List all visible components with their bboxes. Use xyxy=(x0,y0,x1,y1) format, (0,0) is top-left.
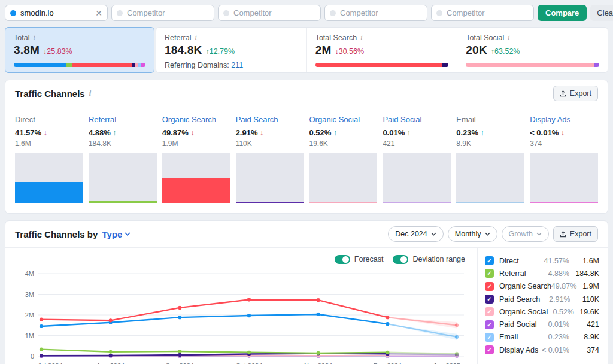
toggle-switch[interactable] xyxy=(335,255,350,264)
svg-text:4M: 4M xyxy=(25,270,34,277)
info-icon[interactable]: i xyxy=(195,33,196,42)
summary-card-total[interactable]: Totali 3.8M ↓25.83% xyxy=(5,27,154,73)
summary-cards-row: Totali 3.8M ↓25.83% Referrali 184.8K ↑12… xyxy=(5,27,608,73)
channel-percent: < 0.01% ↓ xyxy=(530,128,598,138)
clear-domain-icon[interactable]: ✕ xyxy=(95,8,102,18)
series-checkbox[interactable]: ✓ xyxy=(485,295,494,304)
channel-mini-chart[interactable] xyxy=(456,153,524,203)
legend-name[interactable]: Paid Search xyxy=(499,295,540,304)
channel-mini-chart[interactable] xyxy=(236,153,304,203)
info-icon[interactable]: i xyxy=(33,33,35,42)
export-button[interactable]: Export xyxy=(553,86,598,101)
domain-color-dot xyxy=(10,10,16,16)
toggle-switch[interactable] xyxy=(393,255,408,264)
summary-card-total-social[interactable]: Total Sociali 20K ↑63.52% xyxy=(457,28,608,72)
bar-segment xyxy=(466,63,594,67)
series-checkbox[interactable]: ✓ xyxy=(485,307,494,316)
legend-name[interactable]: Email xyxy=(499,333,538,341)
traffic-line-chart[interactable]: 01M2M3M4MJul 2024Aug 2024Sep 2024Oct 202… xyxy=(11,265,472,364)
svg-text:2M: 2M xyxy=(25,311,34,318)
series-checkbox[interactable]: ✓ xyxy=(485,320,494,329)
card-label: Total Search xyxy=(315,34,357,42)
summary-card-referral[interactable]: Referrali 184.8K ↑12.79%Referring Domain… xyxy=(156,28,306,72)
channel-name[interactable]: Paid Social xyxy=(383,115,451,125)
series-checkbox[interactable]: ✓ xyxy=(485,256,494,265)
legend-name[interactable]: Organic Social xyxy=(499,308,548,316)
channel-mini-fill xyxy=(530,202,598,203)
series-checkbox[interactable]: ✓ xyxy=(485,345,494,354)
info-icon[interactable]: i xyxy=(89,89,91,98)
channel-percent: 0.23% ↑ xyxy=(456,128,524,138)
legend-value: 421 xyxy=(569,320,599,329)
bar-segment xyxy=(72,63,132,67)
chevron-down-icon xyxy=(485,232,490,236)
legend-name[interactable]: Paid Social xyxy=(499,320,538,329)
chevron-down-icon xyxy=(125,232,131,236)
channel-share-bar xyxy=(315,63,449,67)
summary-card-total-search[interactable]: Total Searchi 2M ↓30.56% xyxy=(306,28,457,72)
channel-name[interactable]: Paid Search xyxy=(236,115,304,125)
series-checkbox[interactable]: ✓ xyxy=(485,282,494,291)
channel-mini-chart[interactable] xyxy=(89,153,157,203)
info-icon[interactable]: i xyxy=(360,33,362,42)
channel-column-organic-search: Organic Search 49.87% ↓ 1.9M xyxy=(162,115,230,203)
legend-row-organic-search: ✓ Organic Search 49.87% 1.9M xyxy=(485,280,599,293)
channel-mini-chart[interactable] xyxy=(530,153,598,203)
clear-button[interactable]: Clear xyxy=(590,5,613,21)
date-dropdown[interactable]: Dec 2024 xyxy=(388,226,444,242)
channel-name[interactable]: Organic Search xyxy=(162,115,230,125)
trend-arrow-icon: ↓ xyxy=(44,129,47,137)
channel-name[interactable]: Organic Social xyxy=(309,115,378,125)
channel-mini-chart[interactable] xyxy=(162,153,230,203)
channel-name[interactable]: Referral xyxy=(89,115,157,125)
main-domain-input[interactable]: ✕ xyxy=(5,5,108,21)
channels-grid: Direct 41.57% ↓ 1.6M Referral 4.88% ↑ 18… xyxy=(5,107,608,213)
legend-percent: 4.88% xyxy=(538,269,569,278)
competitor-input[interactable]: Competitor xyxy=(111,5,214,21)
competitor-color-dot xyxy=(117,10,123,16)
series-checkbox[interactable]: ✓ xyxy=(485,333,494,342)
compare-button[interactable]: Compare xyxy=(538,5,587,21)
legend-percent: < 0.01% xyxy=(538,346,569,354)
card-label: Total Social xyxy=(466,34,504,42)
legend-name[interactable]: Display Ads xyxy=(499,346,538,354)
channel-mini-chart[interactable] xyxy=(383,153,451,203)
competitor-input[interactable]: Competitor xyxy=(431,5,534,21)
export-button[interactable]: Export xyxy=(553,226,598,242)
channel-column-referral: Referral 4.88% ↑ 184.8K xyxy=(89,115,157,203)
channel-value: 19.6K xyxy=(309,139,378,148)
toggle-label: Deviation range xyxy=(412,255,465,263)
channel-mini-chart[interactable] xyxy=(15,153,83,203)
legend-name[interactable]: Organic Search xyxy=(499,282,551,290)
channel-mini-chart[interactable] xyxy=(309,153,378,203)
traffic-channels-panel: Traffic Channels i Export Direct 41.57% … xyxy=(5,80,608,214)
chevron-down-icon xyxy=(536,232,542,236)
channel-name[interactable]: Display Ads xyxy=(530,115,598,125)
metric-dropdown[interactable]: Growth xyxy=(502,226,549,242)
trend-arrow-icon: ↑ xyxy=(407,129,411,137)
bar-segment xyxy=(315,63,442,67)
legend-percent: 0.01% xyxy=(538,320,569,329)
trend-arrow-icon: ↓ xyxy=(561,129,565,137)
channel-value: 1.9M xyxy=(162,139,230,148)
info-icon[interactable]: i xyxy=(508,33,509,42)
legend-name[interactable]: Direct xyxy=(499,257,538,265)
toggle-deviation-range: Deviation range xyxy=(393,255,465,264)
channel-column-display-ads: Display Ads < 0.01% ↓ 374 xyxy=(530,115,598,203)
series-checkbox[interactable]: ✓ xyxy=(485,269,494,278)
type-selector[interactable]: Type xyxy=(102,229,131,239)
trend-arrow-icon: ↓ xyxy=(190,129,194,137)
chart-toggles: Forecast Deviation range xyxy=(11,253,474,265)
granularity-dropdown[interactable]: Monthly xyxy=(448,226,497,242)
svg-text:0: 0 xyxy=(31,353,34,360)
competitor-input[interactable]: Competitor xyxy=(218,5,321,21)
svg-text:1M: 1M xyxy=(25,332,34,339)
legend-name[interactable]: Referral xyxy=(499,269,538,278)
channel-column-paid-search: Paid Search 2.91% ↓ 110K xyxy=(236,115,304,203)
card-label: Total xyxy=(14,34,29,42)
referring-domains-link[interactable]: 211 xyxy=(231,61,243,69)
chevron-down-icon xyxy=(431,232,436,236)
trend-arrow-icon: ↓ xyxy=(260,129,263,137)
competitor-input[interactable]: Competitor xyxy=(324,5,427,21)
domain-input-field[interactable] xyxy=(20,8,91,17)
